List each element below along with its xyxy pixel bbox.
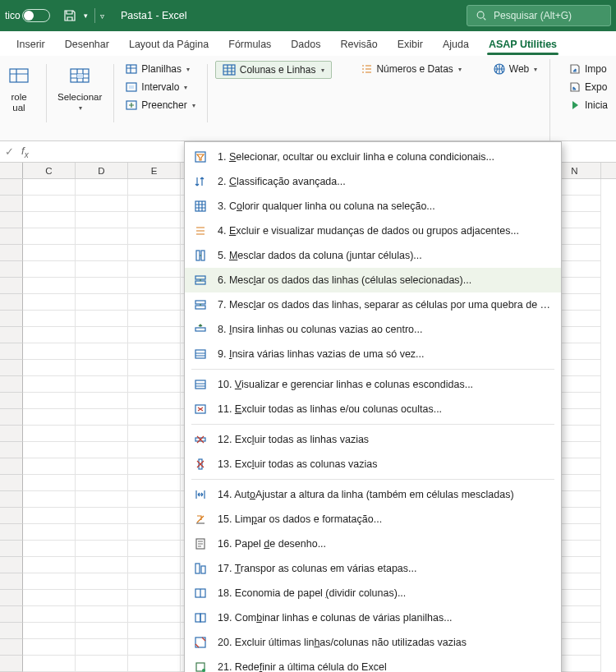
cell[interactable] bbox=[76, 606, 128, 623]
cell[interactable] bbox=[76, 196, 128, 212]
cell[interactable] bbox=[23, 458, 76, 475]
cell[interactable] bbox=[23, 573, 76, 590]
cell[interactable] bbox=[23, 524, 76, 541]
cell[interactable] bbox=[128, 327, 181, 343]
cell[interactable] bbox=[76, 343, 128, 360]
cell[interactable] bbox=[23, 475, 76, 491]
cell[interactable] bbox=[128, 475, 181, 491]
cell[interactable] bbox=[128, 639, 181, 656]
fx-icon[interactable]: fx bbox=[18, 145, 32, 159]
cell[interactable] bbox=[23, 376, 76, 393]
autosave-toggle[interactable]: tico bbox=[5, 7, 54, 25]
cell[interactable] bbox=[23, 442, 76, 458]
menu-item[interactable]: 21. Redefinir a última célula do Excel bbox=[185, 655, 561, 672]
row-header[interactable] bbox=[0, 409, 23, 426]
cell[interactable] bbox=[76, 623, 128, 639]
row-header[interactable] bbox=[0, 442, 23, 458]
row-header[interactable] bbox=[0, 573, 23, 590]
cell[interactable] bbox=[128, 278, 181, 294]
cell[interactable] bbox=[76, 590, 128, 606]
ribbon-planilhas-button[interactable]: Planilhas▾ bbox=[122, 61, 198, 77]
cell[interactable] bbox=[23, 343, 76, 360]
row-header[interactable] bbox=[0, 623, 23, 639]
cell[interactable] bbox=[128, 179, 181, 196]
tab-desenhar[interactable]: Desenhar bbox=[55, 33, 119, 55]
numbers-dates-button[interactable]: Números e Datas ▾ bbox=[356, 61, 464, 77]
row-header[interactable] bbox=[0, 311, 23, 327]
row-header[interactable] bbox=[0, 590, 23, 606]
menu-item[interactable]: 20. Excluir últimas linhas/colunas não u… bbox=[185, 630, 561, 655]
menu-item[interactable]: 7. Mesclar os dados das linhas, separar … bbox=[185, 292, 561, 317]
menu-item[interactable]: 11. Excluir todas as linhas e/ou colunas… bbox=[185, 397, 561, 421]
menu-item[interactable]: 8. Insira linhas ou colunas vazias ao ce… bbox=[185, 317, 561, 342]
cell[interactable] bbox=[23, 294, 76, 311]
save-caret-icon[interactable]: ▾ bbox=[84, 12, 88, 20]
ribbon-preencher-button[interactable]: Preencher▾ bbox=[122, 97, 198, 113]
row-header[interactable] bbox=[0, 278, 23, 294]
cell[interactable] bbox=[128, 573, 181, 590]
cell[interactable] bbox=[128, 606, 181, 623]
cell[interactable] bbox=[23, 606, 76, 623]
cell[interactable] bbox=[76, 639, 128, 656]
row-header[interactable] bbox=[0, 179, 23, 196]
cell[interactable] bbox=[128, 508, 181, 524]
menu-item[interactable]: 14. AutoAjustar a altura da linha (també… bbox=[185, 482, 561, 507]
cell[interactable] bbox=[23, 179, 76, 196]
row-header[interactable] bbox=[0, 327, 23, 343]
menu-item[interactable]: 1. Selecionar, ocultar ou excluir linha … bbox=[185, 145, 561, 169]
cell[interactable] bbox=[128, 557, 181, 573]
menu-item[interactable]: 5. Mesclar dados da coluna (juntar célul… bbox=[185, 243, 561, 268]
row-header[interactable] bbox=[0, 294, 23, 311]
row-header[interactable] bbox=[0, 228, 23, 245]
row-header[interactable] bbox=[0, 524, 23, 541]
cell[interactable] bbox=[76, 458, 128, 475]
column-header[interactable]: C bbox=[23, 163, 76, 178]
cell[interactable] bbox=[23, 426, 76, 442]
cell[interactable] bbox=[23, 656, 76, 672]
menu-item[interactable]: 13. Excluir todas as colunas vazias bbox=[185, 452, 561, 476]
row-header[interactable] bbox=[0, 245, 23, 261]
cell[interactable] bbox=[76, 327, 128, 343]
columns-rows-button[interactable]: Colunas e Linhas ▾ bbox=[215, 61, 333, 79]
row-header[interactable] bbox=[0, 508, 23, 524]
column-header[interactable]: E bbox=[128, 163, 181, 178]
row-header[interactable] bbox=[0, 541, 23, 557]
cell[interactable] bbox=[23, 409, 76, 426]
cell[interactable] bbox=[76, 573, 128, 590]
menu-item[interactable]: 4. Excluir e visualizar mudanças de dado… bbox=[185, 219, 561, 243]
cell[interactable] bbox=[76, 228, 128, 245]
ribbon-control-button[interactable]: role ual bbox=[0, 61, 38, 115]
formula-cancel-icon[interactable]: ✓ bbox=[0, 145, 18, 158]
cell[interactable] bbox=[76, 212, 128, 228]
row-header[interactable] bbox=[0, 557, 23, 573]
search-box[interactable]: Pesquisar (Alt+G) bbox=[467, 5, 611, 26]
tab-ajuda[interactable]: Ajuda bbox=[433, 33, 479, 55]
cell[interactable] bbox=[128, 261, 181, 278]
cell[interactable] bbox=[23, 360, 76, 376]
tab-layout-da-página[interactable]: Layout da Página bbox=[119, 33, 218, 55]
tab-asap-utilities[interactable]: ASAP Utilities bbox=[479, 33, 567, 55]
menu-item[interactable]: 6. Mesclar os dados das linhas (células … bbox=[185, 268, 561, 292]
tab-dados[interactable]: Dados bbox=[281, 33, 330, 55]
tab-inserir[interactable]: Inserir bbox=[7, 33, 55, 55]
cell[interactable] bbox=[76, 508, 128, 524]
cell[interactable] bbox=[76, 524, 128, 541]
cell[interactable] bbox=[76, 376, 128, 393]
menu-item[interactable]: 18. Economia de papel (dividir colunas).… bbox=[185, 581, 561, 605]
cell[interactable] bbox=[23, 541, 76, 557]
cell[interactable] bbox=[128, 623, 181, 639]
cell[interactable] bbox=[128, 426, 181, 442]
cell[interactable] bbox=[76, 442, 128, 458]
menu-item[interactable]: 19. Combinar linhas e colunas de várias … bbox=[185, 605, 561, 630]
qat-caret-icon[interactable]: ▿ bbox=[100, 12, 104, 21]
cell[interactable] bbox=[128, 376, 181, 393]
cell[interactable] bbox=[76, 179, 128, 196]
ribbon-inicia-button[interactable]: Inicia bbox=[565, 97, 611, 113]
cell[interactable] bbox=[23, 261, 76, 278]
cell[interactable] bbox=[76, 278, 128, 294]
cell[interactable] bbox=[128, 228, 181, 245]
cell[interactable] bbox=[23, 228, 76, 245]
cell[interactable] bbox=[76, 541, 128, 557]
cell[interactable] bbox=[76, 491, 128, 508]
ribbon-impo-button[interactable]: Impo bbox=[565, 61, 611, 77]
